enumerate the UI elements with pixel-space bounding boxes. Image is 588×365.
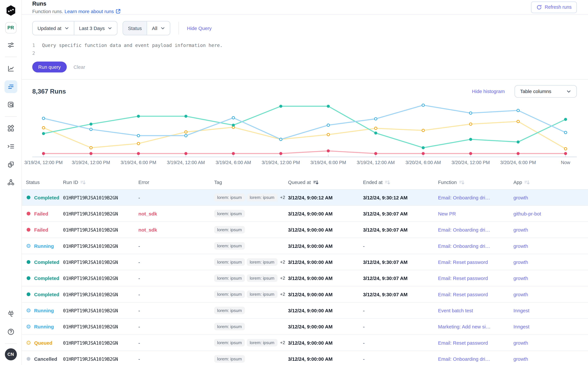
function-link[interactable]: Email: Reset password (438, 259, 488, 265)
hide-query-link[interactable]: Hide Query (187, 25, 212, 31)
data-point-running (232, 117, 235, 119)
data-point-failed (422, 152, 425, 155)
time-field-dropdown[interactable]: Updated at (33, 21, 74, 35)
inngest-logo[interactable] (5, 5, 16, 16)
function-link[interactable]: Email: Reset password (438, 275, 488, 281)
column-label: Ended at (363, 179, 383, 185)
sidebar-item-event-search[interactable] (4, 98, 17, 111)
environment-badge[interactable]: PR (5, 22, 16, 34)
table-header-row: StatusRun IDErrorTagQueued atEnded atFun… (22, 175, 588, 189)
table-row[interactable]: Running01HRPT19RJSA1019B2GN-lorem: ipsum… (22, 318, 588, 335)
column-header-ended-at[interactable]: Ended at (363, 179, 438, 185)
runs-table: StatusRun IDErrorTagQueued atEnded atFun… (22, 175, 588, 365)
table-row[interactable]: Failed01HRPT19RJSA1019B2GNnot_sdklorem: … (22, 205, 588, 221)
sidebar-item-webhooks[interactable] (4, 176, 17, 189)
page-subtitle: Function runs. Learn more about runs (32, 9, 531, 14)
queued-at-cell: 3/12/24, 9:00:12 AM (288, 195, 363, 200)
clear-button[interactable]: Clear (74, 64, 85, 70)
sort-icon[interactable] (385, 180, 390, 185)
help-icon[interactable] (4, 325, 17, 338)
table-columns-dropdown[interactable]: Table columns (514, 85, 577, 98)
status-filter-pill: Status All (123, 21, 170, 35)
app-link[interactable]: growth (513, 275, 528, 281)
queued-at-cell: 3/12/24, 9:00:00 AM (288, 356, 363, 362)
sidebar-item-windows[interactable] (4, 158, 17, 171)
app-link[interactable]: growth (513, 340, 528, 345)
data-point-failed (42, 152, 45, 155)
extra-tags-count: +2 (280, 292, 285, 297)
status-cell: Running (26, 243, 63, 249)
app-link[interactable]: growth (513, 291, 528, 297)
table-row[interactable]: Completed01HRPT19RJSA1019B2GN-lorem: ips… (22, 254, 588, 270)
app-link[interactable]: growth (513, 227, 528, 232)
app-link[interactable]: Inngest (513, 324, 529, 329)
column-header-app[interactable]: App (513, 179, 581, 185)
table-row[interactable]: Completed01HRPT19RJSA1019B2GN-lorem: ips… (22, 189, 588, 205)
table-row[interactable]: Completed01HRPT19RJSA1019B2GN-lorem: ips… (22, 286, 588, 302)
sidebar-item-apps[interactable] (4, 122, 17, 135)
function-link[interactable]: Event batch test (438, 308, 473, 313)
error-cell: - (138, 308, 214, 313)
run-id: 01HRPT19RJSA1019B2GN (63, 308, 138, 313)
function-link[interactable]: Email: Onboarding dri… (438, 227, 490, 232)
app-link[interactable]: github-pr-bot (513, 211, 541, 216)
app-cell: growth (513, 259, 581, 265)
table-row[interactable]: Running01HRPT19RJSA1019B2GN-lorem: ipsum… (22, 238, 588, 254)
error-cell: - (138, 195, 214, 200)
sidebar-item-terminal[interactable] (4, 140, 17, 153)
column-header-function[interactable]: Function (438, 179, 513, 185)
table-row[interactable]: Completed01HRPT19RJSA1019B2GN-lorem: ips… (22, 270, 588, 286)
sort-icon[interactable] (524, 180, 530, 185)
user-avatar[interactable]: CN (5, 348, 17, 360)
status-filter-dropdown[interactable]: All (147, 21, 170, 35)
status-cell: Failed (26, 227, 63, 232)
learn-more-link[interactable]: Learn more about runs (64, 9, 121, 14)
table-row[interactable]: Queued01HRPT19RJSA1019B2GN-lorem: ipsuml… (22, 335, 588, 351)
function-link[interactable]: Email: Onboarding dri… (438, 195, 490, 200)
sort-icon[interactable] (81, 180, 86, 185)
table-row[interactable]: Running01HRPT19RJSA1019B2GN-lorem: ipsum… (22, 302, 588, 318)
sidebar-item-metrics[interactable] (4, 62, 17, 75)
run-id: 01HRPT19RJSA1019B2GN (63, 356, 138, 362)
tag-chip: lorem: ipsum (214, 274, 245, 282)
hide-histogram-link[interactable]: Hide histogram (472, 89, 505, 94)
data-point-queued (564, 147, 567, 150)
function-cell: Event batch test (438, 308, 513, 313)
ended-at-cell: 3/12/24, 9:30:07 AM (363, 227, 438, 232)
data-point-completed (89, 123, 92, 126)
queued-at-cell: 3/12/24, 9:00:00 AM (288, 211, 363, 216)
data-point-completed (327, 105, 330, 108)
status-dot-icon (27, 325, 30, 328)
tag-chip: lorem: ipsum (247, 290, 277, 298)
tags-cell: lorem: ipsumlorem: ipsum+2 (214, 274, 288, 282)
function-link[interactable]: Email: Onboarding dri… (438, 243, 490, 249)
data-point-failed (469, 152, 472, 155)
app-link[interactable]: growth (513, 195, 528, 200)
function-link[interactable]: Email: Onboarding dri… (438, 356, 490, 362)
function-link[interactable]: Email: Reset password (438, 340, 488, 345)
app-link[interactable]: Inngest (513, 308, 529, 313)
table-row[interactable]: Cancelled01HRPT19RJSA1019B2GN-lorem: ips… (22, 351, 588, 365)
sidebar-item-runs[interactable] (4, 80, 17, 93)
app-cell: Inngest (513, 324, 581, 329)
function-link[interactable]: Marketing: Add new si… (438, 324, 491, 329)
data-point-failed (327, 149, 330, 152)
column-header-queued-at[interactable]: Queued at (288, 179, 363, 185)
filter-sliders-icon[interactable] (4, 39, 17, 51)
sort-icon[interactable] (313, 180, 318, 185)
app-link[interactable]: growth (513, 243, 528, 249)
function-link[interactable]: New PR (438, 211, 456, 216)
app-link[interactable]: growth (513, 356, 528, 362)
run-query-button[interactable]: Run query (32, 62, 67, 72)
time-range-dropdown[interactable]: Last 3 Days (74, 21, 117, 35)
function-link[interactable]: Email: Reset password (438, 291, 488, 297)
query-editor[interactable]: 1 Query specific function data and event… (22, 35, 588, 80)
error-cell: - (138, 259, 214, 265)
refresh-runs-button[interactable]: Refresh runs (531, 1, 577, 13)
table-row[interactable]: Failed01HRPT19RJSA1019B2GNnot_sdklorem: … (22, 221, 588, 238)
app-link[interactable]: growth (513, 259, 528, 265)
run-id: 01HRPT19RJSA1019B2GN (63, 275, 138, 281)
column-header-run-id[interactable]: Run ID (63, 179, 138, 185)
integrations-plug-icon[interactable] (4, 307, 17, 320)
sort-icon[interactable] (459, 180, 464, 185)
